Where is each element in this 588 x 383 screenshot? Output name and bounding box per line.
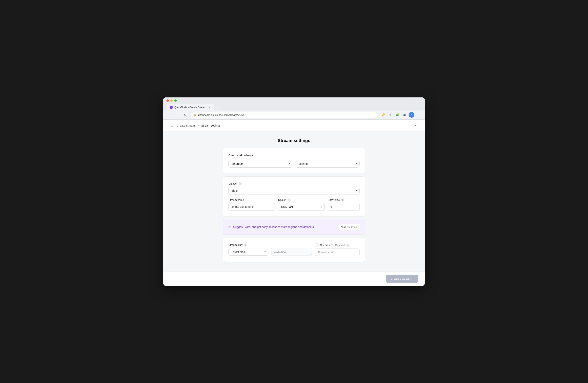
stream-start-info-icon[interactable]: i [244,243,247,247]
block-number-group: Block [271,243,312,256]
dataset-info-icon[interactable]: i [239,182,242,185]
url-text: dashboard.quicknode.com/streams/new [198,113,244,116]
breadcrumb-current: Stream settings [201,124,220,127]
new-tab-btn[interactable]: + [214,104,220,110]
create-arrow-icon: › [413,277,414,280]
tab-bar: Q QuickNode - Create Stream × + ⌄ [167,104,421,110]
browser-window: Q QuickNode - Create Stream × + ⌄ ← → ↻ … [163,97,425,286]
region-select-wrapper: USA East USA West Europe ▾ [278,203,325,211]
chain-group: Ethereum Bitcoin Polygon ▾ [229,160,293,168]
stream-end-info-icon[interactable]: i [346,244,349,247]
stream-start-group: Stream start i Latest block Specific blo… [229,243,268,256]
breadcrumb-parent[interactable]: Create Stream [177,124,195,127]
promo-left: ☆ Suggest, vote, and get early access to… [228,225,314,229]
block-number-input [271,248,312,255]
close-window-btn[interactable] [167,99,169,102]
reload-btn[interactable]: ↻ [182,112,188,118]
chain-network-row: Ethereum Bitcoin Polygon ▾ Mainnet Testn… [229,160,359,168]
tab-close-btn[interactable]: × [208,106,211,109]
window-controls [167,99,421,102]
active-tab[interactable]: Q QuickNode - Create Stream × [167,104,214,110]
dataset-card: Dataset i Block Transaction Log ▾ [223,176,365,216]
quicknode-logo-icon: ⊂ [170,123,174,128]
stream-start-select-wrapper: Latest block Specific block ▾ [229,248,268,256]
stream-name-group: Stream name [229,198,275,211]
stream-start-select[interactable]: Latest block Specific block [229,248,268,256]
stream-end-label: Stream end Optional i [315,243,359,247]
promo-text: Suggest, vote, and get early access to m… [233,225,314,229]
region-group: Region i USA East USA West Europe ▾ [278,198,325,211]
stream-end-group: Stream end Optional i [315,243,359,256]
stream-config-row: Stream name Region i USA East [229,198,359,211]
stream-end-input[interactable] [315,249,359,256]
breadcrumb-bar: ⊂ Create Stream > Stream settings × [163,120,425,132]
breadcrumb-separator: > [197,124,199,127]
network-select[interactable]: Mainnet Testnet [295,160,359,168]
profile-icon[interactable]: A [409,112,414,118]
stream-end-toggle[interactable] [315,243,318,247]
maximize-window-btn[interactable] [174,99,177,102]
stream-start-label: Stream start i [229,243,268,247]
tab-title: QuickNode - Create Stream [174,106,206,109]
nav-bar: ← → ↻ 🔒 dashboard.quicknode.com/streams/… [163,110,425,120]
breadcrumb: ⊂ Create Stream > Stream settings [170,123,221,128]
new-tab-arrow: ⌄ [416,104,421,110]
sidebar-icon[interactable]: ▣ [402,112,407,118]
key-icon[interactable]: 🔑 [380,112,386,118]
main-content: Stream settings Chain and network Ethere… [223,132,365,271]
dataset-select-wrapper: Block Transaction Log ▾ [229,187,359,194]
extensions-icon[interactable]: 🧩 [395,112,400,118]
address-bar[interactable]: 🔒 dashboard.quicknode.com/streams/new [190,112,378,118]
network-group: Mainnet Testnet ▾ [295,160,359,168]
back-btn[interactable]: ← [167,112,172,118]
region-info-icon[interactable]: i [288,198,291,202]
region-select[interactable]: USA East USA West Europe [278,203,325,211]
stream-timing-card: Stream start i Latest block Specific blo… [223,238,365,262]
tab-favicon: Q [170,106,173,109]
security-icon: 🔒 [194,113,197,116]
promo-star-icon: ☆ [228,225,231,229]
minimize-window-btn[interactable] [170,99,173,102]
menu-icon[interactable]: ⋮ [416,112,421,118]
stream-timing-row: Stream start i Latest block Specific blo… [229,243,359,256]
nav-right: 🔑 ☆ 🧩 ▣ A ⋮ [380,112,421,118]
batch-size-info-icon[interactable]: i [341,198,344,202]
batch-size-input[interactable] [328,203,359,211]
page-content: ⊂ Create Stream > Stream settings × Stre… [163,120,425,286]
batch-size-label: Batch size i [328,198,359,202]
chain-network-card: Chain and network Ethereum Bitcoin Polyg… [223,148,365,173]
stream-name-input[interactable] [229,203,275,211]
stream-name-label: Stream name [229,198,275,201]
dataset-group: Dataset i Block Transaction Log ▾ [229,182,359,194]
page-close-btn[interactable]: × [413,123,418,128]
region-label: Region i [278,198,325,202]
chain-select-wrapper: Ethereum Bitcoin Polygon ▾ [229,160,293,168]
dataset-label: Dataset i [229,182,359,185]
batch-size-group: Batch size i [328,198,359,211]
stream-end-optional: Optional [335,244,344,247]
bookmark-icon[interactable]: ☆ [387,112,393,118]
chain-select[interactable]: Ethereum Bitcoin Polygon [229,160,293,168]
forward-btn[interactable]: → [174,112,180,118]
network-select-wrapper: Mainnet Testnet ▾ [295,160,359,168]
bottom-bar: Create a Stream › [163,271,425,286]
visit-roadmap-btn[interactable]: Visit roadmap [338,224,360,230]
promo-banner: ☆ Suggest, vote, and get early access to… [223,220,365,234]
title-bar: Q QuickNode - Create Stream × + ⌄ [163,97,425,110]
create-stream-btn[interactable]: Create a Stream › [386,275,418,283]
page-title: Stream settings [223,138,365,143]
chain-network-title: Chain and network [229,154,359,157]
dataset-select[interactable]: Block Transaction Log [229,187,359,194]
